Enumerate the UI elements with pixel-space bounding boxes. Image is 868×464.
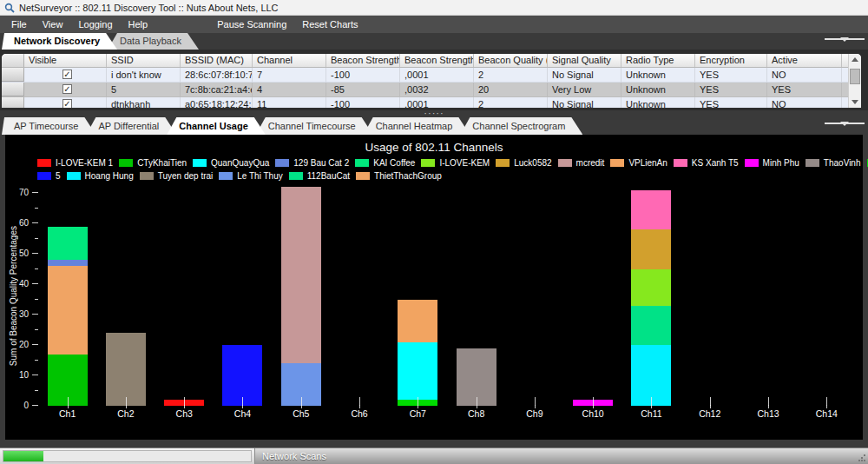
cell-beacon-strength: -85 [326,83,400,96]
resize-grip-icon[interactable] [858,454,866,462]
x-tick-mark [126,397,127,406]
channel-slot-ch11 [622,187,681,406]
legend-swatch-icon [140,172,154,180]
y-major-tick [32,222,38,223]
chart-tab-channel-spectrogram[interactable]: Channel Spectrogram [460,117,582,135]
column-header-visible[interactable]: Visible [24,54,107,67]
legend-swatch-icon [745,159,759,167]
legend-label: ThietThachGroup [374,171,442,181]
column-header-signal-quality[interactable]: Signal Quality [548,54,621,67]
column-header-active[interactable]: Active [767,54,842,67]
cell-channel: 7 [253,68,326,82]
column-header-bssid-mac[interactable]: BSSID (MAC) [181,54,253,67]
legend-item-luck0582: Luck0582 [496,158,551,168]
cell-beacon-quality: 20 [474,83,548,96]
bar-segment-112baucat [631,306,671,346]
visible-checkbox[interactable]: ✓ [62,70,72,79]
legend-label: CTyKhaiTien [137,158,187,168]
legend-label: 112BauCat [307,171,350,181]
bar-segment-tuyen-dep-trai [106,333,146,406]
channel-slot-ch6 [330,187,388,406]
y-major-tick [32,405,38,406]
legend-swatch-icon [674,159,687,167]
stacked-bar-ch1 [48,227,88,407]
cell-ssid: 5 [107,83,181,96]
bar-segment-i-love-kem [631,269,671,306]
menu-logging[interactable]: Logging [70,16,120,33]
legend-item-mcredit: mcredit [558,158,605,168]
column-header-beacon-quality[interactable]: Beacon Quality (%) [474,54,548,67]
x-label-ch4: Ch4 [214,406,272,419]
column-header-beacon-strength[interactable]: Beacon Strength (... [326,54,400,67]
legend-label: I-LOVE-KEM [439,158,490,168]
menu-file[interactable]: File [3,16,35,33]
netsurveyor-window: NetSurveyor :: 802.11 Discovery Tool :: … [0,0,868,464]
legend-swatch-icon [275,159,289,167]
x-tick-mark [710,397,711,406]
table-vertical-scrollbar[interactable] [848,54,861,108]
cell-radio-type: Unknown [621,97,695,108]
legend-label: Tuyen dep trai [158,171,214,181]
legend-row-2: 5Hoang HungTuyen dep traiLe Thi Thuy112B… [37,171,859,181]
cell-beacon-quality: 2 [474,68,548,82]
visible-checkbox[interactable]: ✓ [62,99,72,108]
visible-checkbox[interactable]: ✓ [62,84,72,94]
chart-tab-ap-differential[interactable]: AP Differential [86,117,176,135]
column-header-encryption[interactable]: Encryption [695,54,767,67]
table-row[interactable]: ✓i don't know28:6c:07:8f:10:7b7-100,0001… [2,68,861,83]
chart-tab-ap-timecourse[interactable]: AP Timecourse [2,117,95,135]
x-label-ch5: Ch5 [272,406,330,419]
legend-item-i-love-kem: I-LOVE-KEM [421,158,490,168]
cell-bssid-mac: 28:6c:07:8f:10:7b [181,68,253,82]
legend-item-112baucat: 112BauCat [289,171,350,181]
x-label-ch7: Ch7 [389,406,447,419]
legend-swatch-icon [193,159,207,167]
chart-tab-channel-usage[interactable]: Channel Usage [167,117,265,135]
chart-tab-channel-timecourse[interactable]: Channel Timecourse [256,117,373,135]
scroll-down-arrow-icon[interactable] [852,100,858,104]
window-title: NetSurveyor :: 802.11 Discovery Tool :: … [19,3,279,13]
y-tick-label: 30 [19,309,29,319]
row-header-cell[interactable] [2,68,24,82]
channel-slot-ch9 [505,187,563,406]
bar-segment-mcredit [281,187,321,363]
channel-slot-ch2 [96,187,155,406]
tab-data-playback[interactable]: Data Playback [108,33,199,50]
row-header-cell[interactable] [2,97,24,108]
x-label-ch14: Ch14 [798,406,856,419]
menu-action-pause-scanning[interactable]: Pause Scanning [209,16,294,33]
cell-bssid-mac: 7c:8b:ca:21:a4:ee [181,83,253,96]
cell-active: NO [767,68,842,82]
legend-item-129-bau-cat-2: 129 Bau Cat 2 [275,158,349,168]
legend-swatch-icon [558,159,572,167]
bar-segment-thietthachgroup [48,266,88,355]
column-header-radio-type[interactable]: Radio Type [621,54,695,67]
chart-tab-overflow-chevron-icon[interactable] [839,122,849,126]
scrollbar-thumb[interactable] [850,69,860,84]
legend-item-ctykhaitien: CTyKhaiTien [119,158,187,168]
column-header-channel[interactable]: Channel [253,54,326,67]
column-header-beacon-strength[interactable]: Beacon Strength (... [400,54,474,67]
tab-overflow-chevron-icon[interactable] [839,37,849,42]
tab-network-discovery[interactable]: Network Discovery [2,33,117,50]
splitter-handle[interactable]: ····· [0,110,868,117]
visible-cell: ✓ [24,83,107,96]
cell-active: YES [767,83,842,96]
x-tick-mark [768,397,769,406]
y-tick-label: 20 [19,340,29,349]
chart-tab-channel-heatmap[interactable]: Channel Heatmap [364,117,470,135]
table-row[interactable]: ✓57c:8b:ca:21:a4:ee4-85,003220Very LowUn… [2,83,861,97]
menu-action-reset-charts[interactable]: Reset Charts [294,16,365,33]
row-header-cell[interactable] [2,83,24,96]
scroll-up-arrow-icon[interactable] [852,57,858,62]
legend-item-ks-xanh-t5: KS Xanh T5 [674,158,739,168]
menu-view[interactable]: View [35,16,71,33]
channel-slot-ch1 [38,187,96,406]
menu-help[interactable]: Help [121,16,156,33]
grid-corner-cell [2,54,24,67]
legend-swatch-icon [37,172,51,180]
column-header-ssid[interactable]: SSID [107,54,181,67]
table-row[interactable]: ✓dtnkhanha0:65:18:12:24:1d11-100,00012No… [2,97,861,108]
menu-bar: FileViewLoggingHelpPause ScanningReset C… [0,16,868,33]
x-label-ch1: Ch1 [38,406,96,419]
